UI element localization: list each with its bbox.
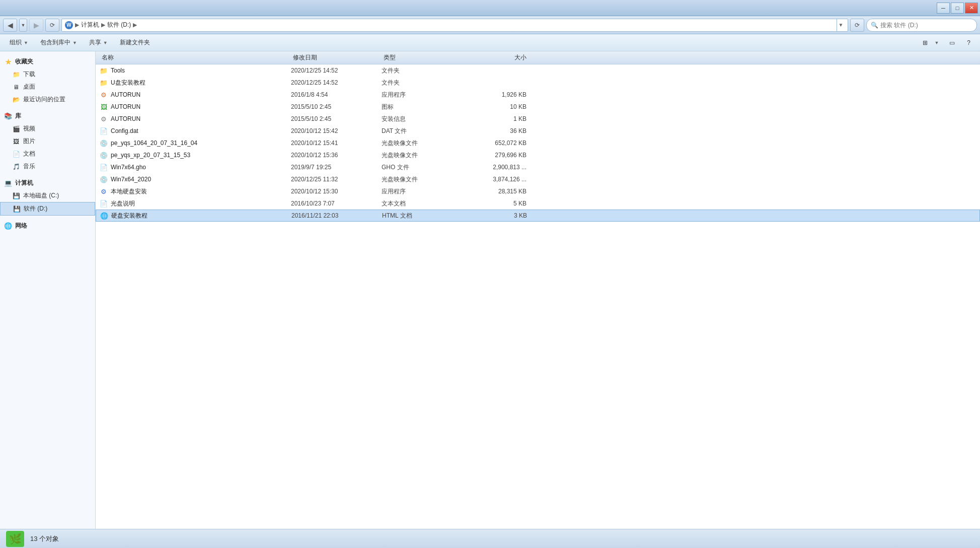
file-cell-size: 36 KB [472,127,533,134]
file-cell-size: 3,874,126 ... [472,176,533,183]
breadcrumb-drive[interactable]: 软件 (D:) [107,21,131,29]
sidebar-library-header[interactable]: 📚 库 [0,110,95,122]
file-row[interactable]: 📄 Config.dat 2020/10/12 15:42 DAT 文件 36 … [96,125,980,137]
close-button[interactable]: ✕ [965,3,978,14]
maximize-button[interactable]: □ [951,3,964,14]
address-refresh-button[interactable]: ⟳ [850,19,864,32]
drive-c-icon: 💾 [12,192,20,200]
file-row[interactable]: 📄 Win7x64.gho 2019/9/7 19:25 GHO 文件 2,90… [96,161,980,173]
col-header-date[interactable]: 修改日期 [291,53,382,62]
file-cell-name: ⚙ 本地硬盘安装 [100,187,291,196]
file-cell-name: 📄 Win7x64.gho [100,163,291,171]
file-icon: 📄 [100,199,108,208]
file-icon: ⚙ [100,187,108,195]
view-chevron: ▼ [934,40,939,45]
col-header-size[interactable]: 大小 [472,53,533,62]
search-bar[interactable]: 🔍 [866,19,977,32]
col-header-name[interactable]: 名称 [100,53,291,62]
address-bar[interactable]: W ▶ 计算机 ▶ 软件 (D:) ▶ ▼ [61,19,848,32]
refresh-button[interactable]: ⟳ [45,19,59,32]
sidebar: ★ 收藏夹 📁 下载 🖥 桌面 📂 最近访问的位置 📚 库 [0,51,96,529]
file-row[interactable]: 🖼 AUTORUN 2015/5/10 2:45 图标 10 KB [96,101,980,113]
file-cell-date: 2016/10/23 7:07 [291,200,382,207]
forward-button[interactable]: ▶ [29,19,43,32]
file-row[interactable]: ⚙ 本地硬盘安装 2020/10/12 15:30 应用程序 28,315 KB [96,185,980,197]
back-button[interactable]: ◀ [3,19,17,32]
file-cell-type: 光盘映像文件 [382,151,472,160]
breadcrumb-sep-3: ▶ [133,22,137,28]
file-cell-type: 安装信息 [382,115,472,123]
file-row[interactable]: ⚙ AUTORUN 2015/5/10 2:45 安装信息 1 KB [96,113,980,125]
file-icon: 📄 [100,163,108,171]
title-bar: ─ □ ✕ [0,0,980,16]
window-controls: ─ □ ✕ [937,3,978,14]
file-row[interactable]: ⚙ AUTORUN 2016/1/8 4:54 应用程序 1,926 KB [96,89,980,101]
new-folder-button[interactable]: 新建文件夹 [114,36,156,49]
sidebar-item-download[interactable]: 📁 下载 [0,68,95,81]
file-cell-size: 2,900,813 ... [472,164,533,171]
include-button[interactable]: 包含到库中 ▼ [35,36,83,49]
document-icon: 📄 [12,150,20,158]
file-cell-type: DAT 文件 [382,127,472,135]
file-name: pe_yqs_xp_20_07_31_15_53 [111,152,190,159]
sidebar-item-drive-d[interactable]: 💾 软件 (D:) [0,202,95,216]
file-icon: ⚙ [100,115,108,123]
file-icon: 🖼 [100,103,108,111]
file-cell-type: GHO 文件 [382,163,472,172]
file-row[interactable]: 📁 Tools 2020/12/25 14:52 文件夹 [96,64,980,77]
file-name: 本地硬盘安装 [111,187,147,196]
file-icon: 🌐 [100,212,108,220]
file-row[interactable]: 📁 U盘安装教程 2020/12/25 14:52 文件夹 [96,77,980,89]
file-cell-date: 2020/10/12 15:36 [291,152,382,159]
recent-icon: 📂 [12,96,20,104]
sidebar-section-network: 🌐 网络 [0,220,95,232]
minimize-button[interactable]: ─ [937,3,950,14]
sidebar-item-document[interactable]: 📄 文档 [0,148,95,160]
sidebar-item-desktop[interactable]: 🖥 桌面 [0,81,95,93]
breadcrumb-computer[interactable]: 计算机 [81,21,99,29]
breadcrumb-sep-1: ▶ [75,22,79,28]
file-row[interactable]: 🌐 硬盘安装教程 2016/11/21 22:03 HTML 文档 3 KB [96,210,980,222]
share-button[interactable]: 共享 ▼ [84,36,113,49]
file-cell-date: 2016/11/21 22:03 [291,212,382,219]
include-chevron: ▼ [72,40,77,45]
file-cell-type: 文件夹 [382,79,472,87]
file-cell-size: 1 KB [472,115,533,122]
file-cell-date: 2020/10/12 15:42 [291,127,382,134]
file-row[interactable]: 💿 Win7x64_2020 2020/12/25 11:32 光盘映像文件 3… [96,173,980,185]
file-cell-name: 💿 pe_yqs_xp_20_07_31_15_53 [100,151,291,159]
file-cell-name: ⚙ AUTORUN [100,91,291,99]
status-bar: 🌿 13 个对象 [0,529,980,548]
video-icon: 🎬 [12,125,20,133]
help-button[interactable]: ? [961,36,976,49]
file-row[interactable]: 💿 pe_yqs_xp_20_07_31_15_53 2020/10/12 15… [96,149,980,161]
sidebar-item-recent[interactable]: 📂 最近访问的位置 [0,93,95,106]
col-header-type[interactable]: 类型 [382,53,472,62]
sidebar-item-drive-c[interactable]: 💾 本地磁盘 (C:) [0,189,95,202]
column-headers: 名称 修改日期 类型 大小 [96,51,980,64]
recent-back-button[interactable]: ▼ [19,19,27,32]
view-button[interactable]: ⊞ [917,36,933,49]
network-icon: 🌐 [4,222,12,230]
file-cell-type: 光盘映像文件 [382,175,472,184]
file-list: 📁 Tools 2020/12/25 14:52 文件夹 📁 U盘安装教程 20… [96,64,980,529]
file-cell-date: 2020/10/12 15:30 [291,188,382,195]
file-row[interactable]: 💿 pe_yqs_1064_20_07_31_16_04 2020/10/12 … [96,137,980,149]
file-cell-size: 28,315 KB [472,188,533,195]
sidebar-item-video[interactable]: 🎬 视频 [0,122,95,135]
file-row[interactable]: 📄 光盘说明 2016/10/23 7:07 文本文档 5 KB [96,197,980,210]
address-dropdown[interactable]: ▼ [837,19,845,32]
sidebar-computer-header[interactable]: 💻 计算机 [0,177,95,189]
sidebar-item-music[interactable]: 🎵 音乐 [0,160,95,173]
search-input[interactable] [880,22,972,29]
library-icon: 📚 [4,112,12,120]
address-icon: W [65,21,73,29]
main-container: ★ 收藏夹 📁 下载 🖥 桌面 📂 最近访问的位置 📚 库 [0,51,980,529]
sidebar-item-image[interactable]: 🖼 图片 [0,135,95,148]
desktop-icon: 🖥 [12,83,20,91]
preview-button[interactable]: ▭ [944,36,960,49]
organize-button[interactable]: 组织 ▼ [4,36,34,49]
sidebar-network-header[interactable]: 🌐 网络 [0,220,95,232]
file-cell-size: 279,696 KB [472,152,533,159]
sidebar-favorites-header[interactable]: ★ 收藏夹 [0,55,95,68]
